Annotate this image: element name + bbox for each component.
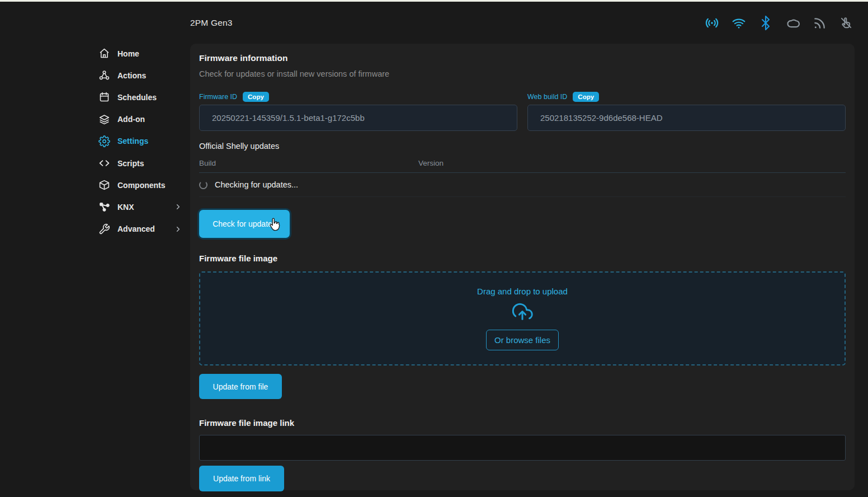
firmware-link-input[interactable] xyxy=(199,435,846,461)
status-icon-bar xyxy=(704,15,853,30)
firmware-file-image-title: Firmware file image xyxy=(199,254,846,263)
firmware-file-dropzone[interactable]: Drag and drop to upload Or browse files xyxy=(199,271,846,365)
firmware-id-copy-button[interactable]: Copy xyxy=(243,92,269,102)
sidebar-item-label: Add-on xyxy=(117,115,145,124)
top-header: 2PM Gen3 xyxy=(0,2,868,44)
sidebar-item-addon[interactable]: Add-on xyxy=(98,109,182,130)
firmware-file-image-link-title: Firmware file image link xyxy=(199,418,846,428)
sidebar-item-home[interactable]: Home xyxy=(98,43,182,64)
actions-icon xyxy=(98,69,110,81)
upload-cloud-icon xyxy=(510,301,535,325)
loading-spinner-icon xyxy=(199,181,207,189)
sidebar-item-advanced[interactable]: Advanced xyxy=(98,218,182,240)
firmware-information-title: Firmware information xyxy=(199,53,846,63)
sidebar-item-label: Settings xyxy=(117,137,148,146)
web-build-id-copy-button[interactable]: Copy xyxy=(573,92,599,102)
mqtt-rss-icon xyxy=(812,15,827,30)
firmware-settings-panel: Firmware information Check for updates o… xyxy=(190,44,855,490)
code-icon xyxy=(98,157,110,169)
wrench-icon xyxy=(98,223,110,235)
cloud-icon xyxy=(785,15,800,30)
sidebar-item-schedules[interactable]: Schedules xyxy=(98,86,182,108)
sidebar-item-label: Actions xyxy=(117,71,146,80)
sidebar-item-actions[interactable]: Actions xyxy=(98,64,182,86)
checking-updates-row: Checking for updates... xyxy=(199,173,846,197)
bluetooth-icon xyxy=(758,15,773,30)
column-header-build: Build xyxy=(199,159,418,167)
sidebar-nav: Home Actions Schedules Add-on Settings S… xyxy=(98,43,182,240)
firmware-id-input[interactable] xyxy=(199,105,517,131)
touch-slash-icon xyxy=(838,15,853,30)
firmware-information-subtitle: Check for updates or install new version… xyxy=(199,69,846,78)
firmware-id-label: Firmware ID xyxy=(199,93,237,101)
official-updates-title: Official Shelly updates xyxy=(199,142,846,151)
chevron-right-icon xyxy=(174,225,182,233)
sidebar-item-knx[interactable]: KNX xyxy=(98,196,182,218)
update-from-file-button[interactable]: Update from file xyxy=(199,374,282,399)
device-title: 2PM Gen3 xyxy=(190,18,233,28)
browse-files-button[interactable]: Or browse files xyxy=(486,330,559,350)
box-icon xyxy=(98,179,110,191)
sidebar-item-label: Components xyxy=(117,181,166,190)
calendar-icon xyxy=(98,91,110,103)
sidebar-item-label: Scripts xyxy=(117,159,144,168)
sidebar-item-label: Schedules xyxy=(117,93,157,102)
gear-icon xyxy=(98,135,110,147)
firmware-ids-row: Firmware ID Copy Web build ID Copy xyxy=(199,91,846,131)
sidebar-item-components[interactable]: Components xyxy=(98,174,182,196)
sidebar-item-settings[interactable]: Settings xyxy=(98,130,182,152)
ap-broadcast-icon xyxy=(704,15,719,30)
nodes-icon xyxy=(98,201,110,213)
checking-updates-status: Checking for updates... xyxy=(215,180,298,189)
firmware-id-field-group: Firmware ID Copy xyxy=(199,91,517,131)
sidebar-item-label: Advanced xyxy=(117,224,155,233)
updates-table-header: Build Version xyxy=(199,159,846,173)
column-header-version: Version xyxy=(418,159,444,167)
web-build-id-input[interactable] xyxy=(527,105,846,131)
chevron-right-icon xyxy=(174,203,182,211)
web-build-id-label: Web build ID xyxy=(527,93,567,101)
check-for-updates-button[interactable]: Check for updates xyxy=(199,210,290,238)
layers-icon xyxy=(98,114,110,125)
update-from-link-button[interactable]: Update from link xyxy=(199,466,284,491)
sidebar-item-label: KNX xyxy=(117,203,134,212)
wifi-icon xyxy=(731,15,746,30)
sidebar-item-label: Home xyxy=(117,49,139,58)
web-build-id-field-group: Web build ID Copy xyxy=(527,91,846,131)
sidebar-item-scripts[interactable]: Scripts xyxy=(98,152,182,174)
home-icon xyxy=(98,48,110,59)
dropzone-hint-text: Drag and drop to upload xyxy=(477,287,568,296)
